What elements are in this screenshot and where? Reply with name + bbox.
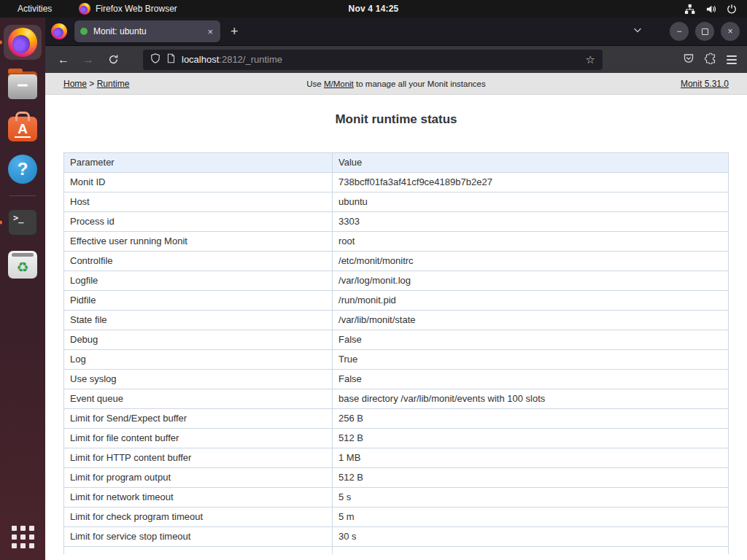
menu-hamburger-icon[interactable] xyxy=(727,55,737,64)
table-row: Limit for Send/Expect buffer256 B xyxy=(64,409,729,429)
ubuntu-software-icon: A xyxy=(8,117,37,141)
mmonit-note: Use M/Monit to manage all your Monit ins… xyxy=(306,79,485,88)
value-cell: 1 MB xyxy=(333,448,729,468)
table-row: State file/var/lib/monit/state xyxy=(64,311,729,330)
site-info-page-icon[interactable] xyxy=(166,53,176,66)
close-button[interactable]: × xyxy=(721,22,740,41)
back-button[interactable]: ← xyxy=(53,50,74,70)
value-cell: ubuntu xyxy=(333,192,729,212)
table-row: Limit for check program timeout5 m xyxy=(64,508,729,527)
dock-item-help[interactable]: ? xyxy=(4,152,42,187)
dock-item-files[interactable] xyxy=(4,67,42,102)
parameter-cell: Process id xyxy=(64,212,333,232)
list-all-tabs-chevron-down-icon[interactable] xyxy=(632,25,643,38)
dock-item-trash[interactable]: ♻ xyxy=(4,247,42,282)
volume-icon xyxy=(705,4,716,15)
network-icon xyxy=(684,4,695,15)
focused-app-menu[interactable]: Firefox Web Browser xyxy=(79,3,177,15)
breadcrumb: Home > Runtime xyxy=(63,79,129,89)
shield-icon[interactable] xyxy=(150,53,160,66)
firefox-window: Monit: ubuntu × + − × ← → localhost:2812… xyxy=(45,18,747,560)
system-status-area[interactable] xyxy=(684,4,737,15)
tab-monit-ubuntu[interactable]: Monit: ubuntu × xyxy=(74,20,220,42)
clock[interactable]: Nov 4 14:25 xyxy=(349,4,399,14)
maximize-button[interactable] xyxy=(695,22,714,41)
value-cell: /run/monit.pid xyxy=(333,291,729,311)
parameter-cell: Logfile xyxy=(64,271,333,291)
mmonit-link[interactable]: M/Monit xyxy=(324,79,354,88)
firefox-icon xyxy=(51,23,67,39)
value-header: Value xyxy=(333,153,729,173)
value-cell: False xyxy=(333,370,729,389)
parameter-cell: Debug xyxy=(64,330,333,350)
parameter-cell: Limit for check program timeout xyxy=(64,508,333,527)
parameter-header: Parameter xyxy=(64,153,333,173)
parameter-cell: Controlfile xyxy=(64,252,333,271)
terminal-icon: >_ xyxy=(8,209,37,236)
ubuntu-dock: A ? >_ ♻ xyxy=(0,18,45,560)
table-row: Limit for program output512 B xyxy=(64,468,729,488)
running-indicator xyxy=(0,221,2,225)
activities-button[interactable]: Activities xyxy=(0,4,69,14)
page-content: Home > Runtime Use M/Monit to manage all… xyxy=(45,73,747,560)
table-row: DebugFalse xyxy=(64,330,729,350)
parameter-cell: Effective user running Monit xyxy=(64,232,333,252)
monit-version-link[interactable]: Monit 5.31.0 xyxy=(681,79,729,89)
parameter-cell: Event queue xyxy=(64,389,333,409)
navigation-toolbar: ← → localhost:2812/_runtime ☆ xyxy=(45,46,747,73)
url-text[interactable]: localhost:2812/_runtime xyxy=(182,54,580,65)
parameter-cell: Limit for network timeout xyxy=(64,488,333,508)
table-row: Process id3303 xyxy=(64,212,729,232)
value-cell: 512 B xyxy=(333,468,729,488)
minimize-button[interactable]: − xyxy=(670,22,689,41)
page-title: Monit runtime status xyxy=(45,112,747,127)
table-row: Effective user running Monitroot xyxy=(64,232,729,252)
firefox-icon xyxy=(79,3,90,15)
value-cell: base directory /var/lib/monit/events wit… xyxy=(333,389,729,409)
breadcrumb-runtime-link[interactable]: Runtime xyxy=(97,79,130,89)
gnome-top-bar: Activities Firefox Web Browser Nov 4 14:… xyxy=(0,0,747,18)
app-grid-icon xyxy=(12,526,34,548)
parameter-cell: Limit for service stop timeout xyxy=(64,527,333,547)
version: Monit 5.31.0 xyxy=(681,79,729,89)
extensions-puzzle-icon[interactable] xyxy=(705,52,716,67)
table-row: Limit for HTTP content buffer1 MB xyxy=(64,448,729,468)
tab-close-icon[interactable]: × xyxy=(206,26,214,37)
bookmark-star-icon[interactable]: ☆ xyxy=(586,53,595,66)
pocket-icon[interactable] xyxy=(683,52,694,67)
power-icon xyxy=(727,4,737,14)
table-row: Use syslogFalse xyxy=(64,370,729,389)
runtime-table-body: Monit ID738bcff01fa3af41cf9ce4189b7b2e27… xyxy=(64,173,729,554)
url-bar[interactable]: localhost:2812/_runtime ☆ xyxy=(143,50,603,70)
parameter-cell: Limit for HTTP content buffer xyxy=(64,448,333,468)
value-cell: True xyxy=(333,350,729,370)
value-cell: /var/log/monit.log xyxy=(333,271,729,291)
runtime-table: Parameter Value Monit ID738bcff01fa3af41… xyxy=(63,152,729,554)
value-cell: 5 s xyxy=(333,488,729,508)
table-row: Logfile/var/log/monit.log xyxy=(64,271,729,291)
value-cell: 30 s xyxy=(333,527,729,547)
running-indicator xyxy=(0,41,2,44)
reload-icon[interactable] xyxy=(102,50,124,70)
table-row: Controlfile/etc/monit/monitrc xyxy=(64,252,729,271)
tab-title: Monit: ubuntu xyxy=(93,26,200,36)
table-row: LogTrue xyxy=(64,350,729,370)
table-row: Pidfile/run/monit.pid xyxy=(64,291,729,311)
dock-item-terminal[interactable]: >_ xyxy=(4,205,42,240)
value-cell: False xyxy=(333,330,729,350)
value-cell: 738bcff01fa3af41cf9ce4189b7b2e27 xyxy=(333,173,729,192)
monit-page-header: Home > Runtime Use M/Monit to manage all… xyxy=(45,73,747,95)
trash-icon: ♻ xyxy=(8,251,37,279)
value-cell: 512 B xyxy=(333,429,729,448)
forward-button[interactable]: → xyxy=(77,50,99,70)
parameter-cell: Pidfile xyxy=(64,291,333,311)
value-cell: 5 m xyxy=(333,508,729,527)
parameter-cell: Use syslog xyxy=(64,370,333,389)
show-applications-button[interactable] xyxy=(4,519,42,554)
new-tab-button[interactable]: + xyxy=(231,24,239,39)
breadcrumb-home-link[interactable]: Home xyxy=(63,79,87,89)
dock-item-ubuntu-software[interactable]: A xyxy=(4,109,42,144)
table-row: Event queuebase directory /var/lib/monit… xyxy=(64,389,729,409)
dock-item-firefox[interactable] xyxy=(4,25,42,60)
help-icon: ? xyxy=(8,155,37,184)
